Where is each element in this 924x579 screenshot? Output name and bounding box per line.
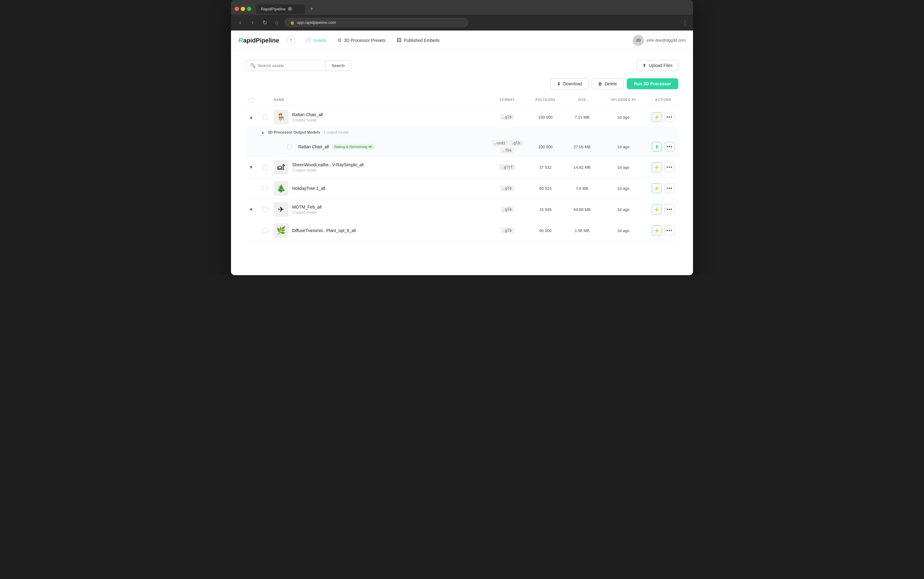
size-rattan: 7.15 MB — [565, 115, 599, 119]
search-box: 🔍 Search — [246, 60, 351, 71]
asset-thumb-holiday: 🎄 — [274, 181, 289, 196]
table-row: ▼ 🛋 SheenWoodLeathe...V-RaySimple_all 1 … — [246, 157, 678, 178]
nested-asset-name: Rattan Chair_all — [298, 144, 329, 149]
more-options-motm-button[interactable]: ••• — [664, 204, 674, 214]
nav-item-processor[interactable]: ⚙ 3D Processor Presets — [333, 35, 390, 46]
browser-menu-button[interactable]: ⋮ — [682, 19, 688, 26]
more-options-sheenwood-button[interactable]: ••• — [664, 162, 674, 172]
asset-name-sheenwood: SheenWoodLeathe...V-RaySimple_all — [292, 162, 364, 167]
format-badge-diffuse: .glb — [501, 227, 514, 234]
table-row: Rattan Chair_all Baking & Remeshing 4K .… — [246, 137, 678, 157]
upload-files-button[interactable]: ⬆ Upload Files — [637, 60, 678, 71]
expand-sheenwood-button[interactable]: ▼ — [246, 165, 257, 170]
col-header-size: SIZE — [565, 98, 599, 103]
uploaded-diffuse: 1d ago — [599, 228, 648, 233]
asset-thumb-diffuse: 🌿 — [274, 223, 289, 238]
col-header-uploaded: UPLOADED AT — [599, 98, 648, 103]
asset-thumb-rattan: 🪑 — [274, 110, 289, 124]
size-motm: 64.89 MB — [565, 207, 599, 212]
asset-name-cell-sheenwood: 🛋 SheenWoodLeathe...V-RaySimple_all 1 ou… — [274, 160, 489, 175]
nested-section-header[interactable]: ▲ 3D Processor Output Models 1 output mo… — [246, 128, 678, 137]
format-badge-sheenwood: .gltf — [499, 164, 515, 170]
logo-area: RapidPipeline — [238, 36, 279, 44]
new-tab-button[interactable]: + — [307, 5, 316, 13]
tag-badge: Baking & Remeshing 4K — [332, 144, 375, 149]
maximize-window-button[interactable] — [247, 7, 251, 11]
run-processor-button[interactable]: Run 3D Processor — [627, 78, 678, 89]
search-icon: 🔍 — [250, 63, 255, 68]
asset-name-cell-motm: ✈ MOTM_Feb_all 1 output model — [274, 202, 489, 217]
close-window-button[interactable] — [235, 7, 239, 11]
browser-tab[interactable]: RapidPipeline ✕ — [256, 4, 305, 14]
expand-motm-button[interactable]: ▼ — [246, 207, 257, 212]
table-header: NAME FORMAT POLYGONS SIZE UPLOADED AT AC… — [246, 95, 678, 105]
row-checkbox-motm[interactable] — [263, 207, 268, 212]
output-count-sheenwood: 1 output model — [292, 168, 364, 172]
download-label: Download — [563, 81, 582, 86]
more-options-holiday-button[interactable]: ••• — [664, 183, 674, 193]
nested-format-cell: .usdz .glb .fbx — [489, 140, 526, 154]
search-button[interactable]: Search — [325, 60, 351, 71]
nav-item-assets[interactable]: 📄 Assets — [300, 35, 331, 46]
asset-group-rattan: ▲ 🪑 Rattan Chair_all 1 output model — [246, 107, 678, 157]
tab-close-button[interactable]: ✕ — [288, 7, 292, 11]
format-cell-rattan: .glb — [489, 114, 526, 120]
help-button[interactable]: ? — [287, 36, 295, 45]
polygons-sheenwood: 37 532 — [526, 165, 565, 170]
quick-process-holiday-button[interactable]: ⚡ — [652, 183, 661, 193]
url-text: app.rapidpipeline.com — [297, 20, 336, 25]
row-checkbox-sheenwood[interactable] — [263, 165, 268, 170]
actions-motm: ⚡ ••• — [648, 204, 678, 214]
format-cell-motm: .glb — [489, 206, 526, 213]
nav-processor-label: 3D Processor Presets — [344, 38, 385, 43]
col-header-actions: ACTIONS — [648, 98, 678, 103]
select-all-checkbox[interactable] — [249, 98, 254, 103]
nested-collapse-icon: ▲ — [261, 130, 264, 134]
actions-rattan: ⚡ ••• — [648, 112, 678, 122]
format-badge-fbx: .fbx — [501, 147, 514, 154]
uploaded-sheenwood: 1d ago — [599, 165, 648, 170]
app-content: RapidPipeline ? 📄 Assets ⚙ 3D Processor … — [231, 31, 693, 275]
minimize-window-button[interactable] — [241, 7, 245, 11]
format-badges-nested: .usdz .glb .fbx — [489, 140, 526, 154]
download-nested-button[interactable]: ⬇ — [652, 142, 661, 152]
asset-name-motm: MOTM_Feb_all — [292, 204, 322, 209]
search-input[interactable] — [258, 63, 321, 68]
nav-assets-label: Assets — [313, 38, 327, 43]
size-diffuse: 1.56 MB — [565, 228, 599, 233]
actions-holiday: ⚡ ••• — [648, 183, 678, 193]
nav-items: 📄 Assets ⚙ 3D Processor Presets 🖼 Publis… — [300, 35, 633, 46]
quick-process-sheenwood-button[interactable]: ⚡ — [652, 162, 661, 172]
format-badge-rattan: .glb — [501, 114, 514, 120]
asset-thumb-sheenwood: 🛋 — [274, 160, 289, 175]
row-checkbox-diffuse[interactable] — [263, 228, 268, 233]
nav-item-embeds[interactable]: 🖼 Published Embeds — [392, 35, 444, 46]
upload-icon: ⬆ — [643, 63, 646, 68]
reload-button[interactable]: ↻ — [260, 18, 269, 27]
download-icon: ⬇ — [557, 81, 561, 86]
output-count-motm: 1 output model — [292, 210, 322, 214]
more-options-nested-button[interactable]: ••• — [664, 142, 674, 152]
more-options-rattan-button[interactable]: ••• — [664, 112, 674, 122]
asset-group-motm: ▼ ✈ MOTM_Feb_all 1 output model — [246, 199, 678, 220]
forward-button[interactable]: › — [248, 18, 257, 27]
asset-name-cell-holiday: 🎄 HolidayTree 1_all — [274, 181, 489, 196]
quick-process-motm-button[interactable]: ⚡ — [652, 204, 661, 214]
home-button[interactable]: ⌂ — [273, 18, 281, 27]
row-checkbox-rattan[interactable] — [263, 114, 268, 119]
quick-process-rattan-button[interactable]: ⚡ — [652, 112, 661, 122]
quick-process-diffuse-button[interactable]: ⚡ — [652, 226, 661, 236]
back-button[interactable]: ‹ — [236, 18, 245, 27]
address-input[interactable]: 🔒 app.rapidpipeline.com — [285, 18, 468, 27]
nested-actions: ⬇ ••• — [648, 142, 678, 152]
delete-button[interactable]: 🗑 Delete — [591, 78, 623, 89]
action-bar: ⬇ Download 🗑 Delete Run 3D Processor — [246, 78, 678, 89]
more-options-diffuse-button[interactable]: ••• — [664, 226, 674, 236]
expand-rattan-button[interactable]: ▲ — [246, 114, 257, 119]
row-checkbox-rattan-nested[interactable] — [287, 144, 292, 149]
asset-name-diffuse: DiffuseTransmis...Plant_opt_8_all — [292, 228, 356, 233]
row-checkbox-holiday[interactable] — [263, 186, 268, 191]
format-badge-usdz: .usdz — [491, 140, 508, 146]
app-header: RapidPipeline ? 📄 Assets ⚙ 3D Processor … — [231, 31, 693, 50]
download-button[interactable]: ⬇ Download — [551, 78, 588, 89]
